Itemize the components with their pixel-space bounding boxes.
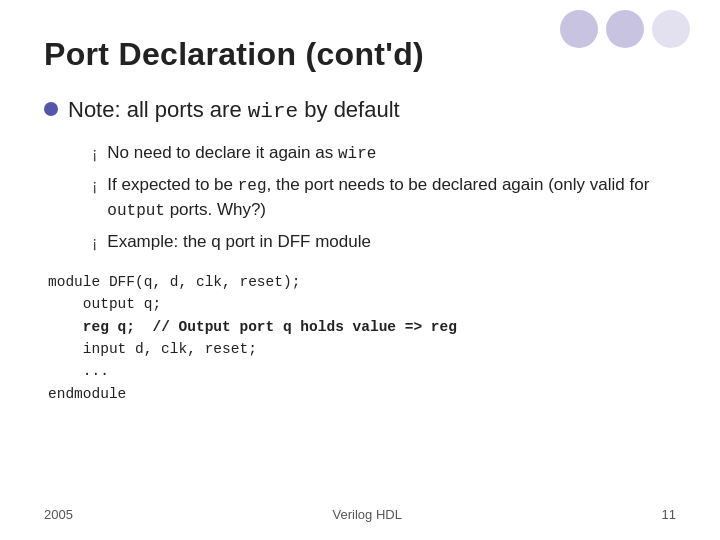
sub-bullet-text-1: No need to declare it again as wire [107, 141, 376, 165]
main-bullet-text: Note: all ports are wire by default [68, 97, 400, 123]
sub-bullets-list: ¡ No need to declare it again as wire ¡ … [92, 141, 676, 255]
footer-course: Verilog HDL [333, 507, 402, 522]
code-block: module DFF(q, d, clk, reset); output q; … [48, 271, 676, 406]
deco-circle-3 [652, 10, 690, 48]
code-line-3: reg q; // Output port q holds value => r… [48, 316, 676, 338]
sub-bullet-code-1: wire [338, 145, 376, 163]
footer: 2005 Verilog HDL 11 [44, 507, 676, 522]
sub-bullet-text-2: If expected to be reg, the port needs to… [107, 173, 676, 222]
sub-bullet-code-2a: reg [238, 177, 267, 195]
sub-bullet-icon-2: ¡ [92, 175, 97, 197]
code-line-5: ... [48, 360, 676, 382]
code-line-4: input d, clk, reset; [48, 338, 676, 360]
sub-bullet-text-3: Example: the q port in DFF module [107, 230, 371, 254]
main-note-prefix: Note: all ports are [68, 97, 248, 122]
footer-year: 2005 [44, 507, 73, 522]
sub-bullet-1: ¡ No need to declare it again as wire [92, 141, 676, 165]
code-line-6: endmodule [48, 383, 676, 405]
slide: Port Declaration (cont'd) Note: all port… [0, 0, 720, 540]
decorative-circles [560, 10, 690, 48]
code-line-3-bold: reg q; // Output port q holds value => r… [83, 319, 457, 335]
footer-page: 11 [662, 507, 676, 522]
main-bullet-icon [44, 102, 58, 116]
sub-bullet-2: ¡ If expected to be reg, the port needs … [92, 173, 676, 222]
sub-bullet-code-2b: output [107, 202, 165, 220]
code-line-1: module DFF(q, d, clk, reset); [48, 271, 676, 293]
deco-circle-1 [560, 10, 598, 48]
code-line-2: output q; [48, 293, 676, 315]
main-bullet: Note: all ports are wire by default [44, 97, 676, 123]
sub-bullet-icon-3: ¡ [92, 232, 97, 254]
sub-bullet-3: ¡ Example: the q port in DFF module [92, 230, 676, 254]
main-note-suffix: by default [298, 97, 400, 122]
deco-circle-2 [606, 10, 644, 48]
main-note-code: wire [248, 100, 298, 123]
sub-bullet-icon-1: ¡ [92, 143, 97, 165]
